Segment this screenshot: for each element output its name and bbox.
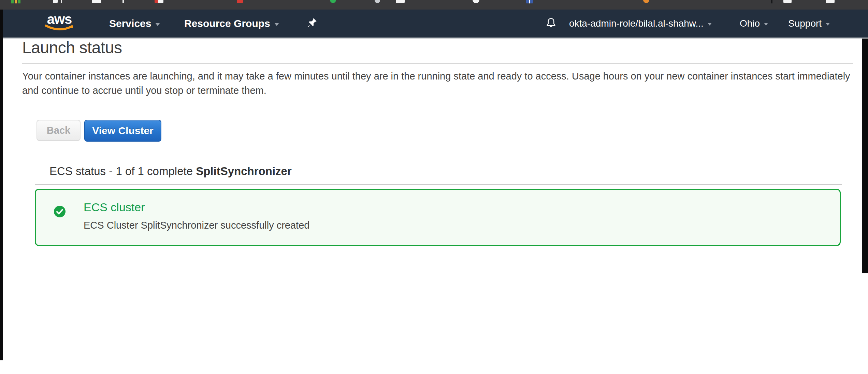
intro-text: Your container instances are launching, … [22, 69, 855, 98]
chevron-down-icon [764, 23, 768, 26]
white-card-favicon [783, 0, 792, 3]
chevron-down-icon [155, 23, 160, 26]
support-label: Support [788, 18, 822, 29]
red-favicon [237, 0, 243, 3]
nav-region-menu[interactable]: Ohio [740, 10, 768, 38]
action-button-row: Back View Cluster [37, 120, 161, 142]
white-card-favicon [53, 0, 58, 3]
chevron-down-icon [826, 23, 830, 26]
title-divider [22, 63, 853, 64]
view-cluster-button[interactable]: View Cluster [84, 120, 161, 142]
red-white-favicon [155, 0, 163, 3]
aws-navbar: aws Services Resource Groups okta-admin-… [0, 10, 868, 39]
facebook-favicon [526, 0, 533, 3]
page-title: Launch status [22, 38, 122, 57]
ecs-cluster-link[interactable]: ECS cluster [84, 201, 145, 214]
nav-resource-groups-label: Resource Groups [184, 18, 270, 29]
ecs-status-header-prefix: ECS status - 1 of 1 complete [49, 165, 196, 177]
green-circle-favicon [330, 0, 336, 3]
success-check [54, 205, 66, 218]
thin-divider-favicon [122, 0, 124, 3]
left-desktop-bar [0, 10, 3, 360]
aws-logo-text: aws [44, 12, 75, 26]
ecs-status-cluster-name: SplitSynchronizer [196, 165, 292, 177]
white-blob-favicon [473, 0, 479, 3]
white-card-favicon [396, 0, 405, 3]
bell-icon [545, 17, 558, 30]
dark-window-favicon [771, 0, 772, 3]
orange-circle-favicon [643, 0, 649, 3]
ecs-status-header: ECS status - 1 of 1 complete SplitSynchr… [49, 165, 292, 178]
status-divider [35, 184, 842, 185]
nav-support-menu[interactable]: Support [788, 10, 830, 38]
white-tile-favicon [92, 0, 101, 3]
success-check-icon [54, 205, 66, 218]
pin-button[interactable] [306, 10, 317, 38]
nav-services[interactable]: Services [109, 10, 160, 38]
nav-account-menu[interactable]: okta-admin-role/bilal.al-shahw... [569, 10, 712, 38]
chart-bars-favicon [11, 0, 21, 6]
chevron-down-icon [708, 23, 712, 26]
aws-logo[interactable]: aws [44, 12, 75, 35]
browser-toolbar-strip [0, 0, 868, 10]
notifications-button[interactable] [545, 10, 558, 38]
chevron-down-icon [274, 23, 279, 26]
back-button[interactable]: Back [37, 120, 81, 141]
pushpin-icon [306, 18, 317, 29]
ecs-cluster-message: ECS Cluster SplitSynchronizer successful… [84, 220, 309, 231]
region-label: Ohio [740, 18, 760, 29]
gray-circle-favicon [375, 0, 380, 3]
thin-divider-favicon [61, 0, 62, 3]
nav-resource-groups[interactable]: Resource Groups [184, 10, 279, 38]
ecs-cluster-status-card: ECS cluster ECS Cluster SplitSynchronize… [35, 189, 841, 246]
right-desktop-bar [862, 39, 868, 273]
monitor-favicon [826, 0, 835, 3]
nav-services-label: Services [109, 18, 151, 29]
account-label: okta-admin-role/bilal.al-shahw... [569, 18, 704, 29]
